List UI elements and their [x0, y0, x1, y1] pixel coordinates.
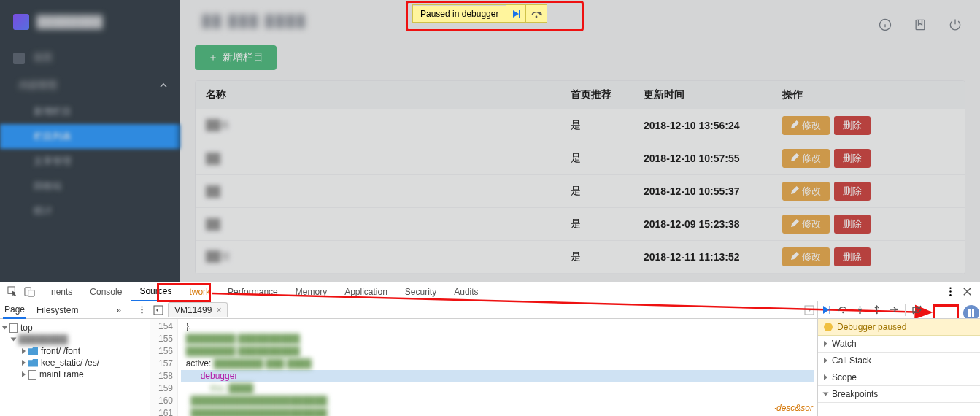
section-scope[interactable]: Scope — [818, 369, 980, 386]
cell-time: 2018-12-11 11:13:52 — [633, 241, 772, 274]
svg-point-11 — [949, 294, 951, 296]
file-tab-bar: VM11499 × — [150, 301, 817, 319]
svg-point-21 — [896, 309, 898, 310]
sidebar-sub-3[interactable]: 回收站 — [0, 174, 180, 199]
delete-button[interactable]: 删除 — [834, 116, 871, 135]
logo-icon — [13, 14, 29, 30]
tree-item-0[interactable]: front/ /font — [3, 345, 147, 357]
edit-button[interactable]: 修改 — [782, 215, 830, 234]
th-name: 名称 — [196, 81, 560, 109]
nav-overflow-icon[interactable]: » — [115, 302, 123, 318]
cell-name: ██ — [206, 185, 220, 197]
table-row: ██资是2018-12-11 11:13:52修改删除 — [196, 241, 965, 274]
tab-console[interactable]: Console — [81, 283, 131, 301]
cell-time: 2018-12-10 10:55:37 — [633, 175, 772, 208]
tab-sources[interactable]: Sources — [131, 282, 180, 301]
edit-button[interactable]: 修改 — [782, 182, 830, 201]
section-breakpoints[interactable]: Breakpoints — [818, 386, 980, 403]
nav-tab-page[interactable]: Page — [3, 301, 26, 319]
tab-network[interactable]: twork — [180, 283, 219, 301]
step-into-icon[interactable] — [854, 304, 865, 315]
sidebar-sub-4[interactable]: 统计 — [0, 199, 180, 223]
delete-button[interactable]: 删除 — [834, 149, 871, 168]
delete-button[interactable]: 删除 — [834, 247, 871, 266]
sidebar-sub-2[interactable]: 文章管理 — [0, 149, 180, 174]
tree-root[interactable]: top — [3, 322, 147, 334]
close-devtools-icon[interactable] — [962, 286, 973, 297]
navigator-pane: Page Filesystem » top ████████ front/ /f… — [0, 301, 150, 416]
th-rec: 首页推荐 — [560, 81, 633, 109]
tab-audits[interactable]: Audits — [445, 283, 487, 301]
edit-button[interactable]: 修改 — [782, 149, 830, 168]
tab-elements[interactable]: nents — [42, 283, 81, 301]
sidebar-sub-0[interactable]: 新增栏目 — [0, 99, 180, 124]
svg-rect-1 — [916, 20, 925, 29]
delete-button[interactable]: 删除 — [834, 182, 871, 201]
step-icon[interactable] — [888, 304, 899, 315]
resume-button[interactable] — [506, 5, 525, 22]
resume-script-icon[interactable] — [821, 304, 832, 315]
power-icon[interactable] — [948, 18, 962, 32]
sidebar-sub-1[interactable]: 栏目列表 — [0, 124, 180, 149]
line-gutter: 154155156157158159160161 — [150, 319, 178, 416]
info-icon[interactable] — [878, 18, 892, 32]
table-row: ██务是2018-12-10 13:56:24修改删除 — [196, 109, 965, 142]
table-row: ██是2018-12-09 15:23:38修改删除 — [196, 208, 965, 241]
add-button[interactable]: ＋ 新增栏目 — [195, 45, 277, 70]
step-out-icon[interactable] — [871, 304, 882, 315]
edit-button[interactable]: 修改 — [782, 247, 830, 266]
sidebar-group-content[interactable]: 内容管理 — [0, 72, 180, 99]
tab-memory[interactable]: Memory — [287, 283, 336, 301]
section-watch[interactable]: Watch — [818, 336, 980, 353]
edit-button[interactable]: 修改 — [782, 116, 830, 135]
svg-point-18 — [842, 312, 844, 314]
tree-item-1[interactable]: kee_static/ /es/ — [3, 357, 147, 369]
navigator-tabs: Page Filesystem » — [0, 301, 150, 319]
file-nav-icon[interactable] — [153, 305, 163, 315]
cell-rec: 是 — [560, 208, 633, 241]
svg-point-14 — [142, 312, 143, 314]
debugger-pane: Debugger paused Watch Call Stack Scope B… — [818, 301, 980, 416]
logo-row: ████████ — [0, 0, 180, 44]
table-row: ██是2018-12-10 10:55:37修改删除 — [196, 175, 965, 208]
step-over-button[interactable] — [525, 5, 547, 22]
inspect-icon[interactable] — [7, 286, 18, 297]
th-time: 更新时间 — [633, 81, 772, 109]
th-action: 操作 — [772, 81, 965, 109]
cell-time: 2018-12-10 10:57:55 — [633, 142, 772, 175]
main-content: ██ ███ ████ ＋ 新增栏目 名称 首页推荐 更新时间 操作 ██务是2… — [180, 0, 980, 282]
svg-rect-2 — [519, 10, 520, 18]
frame-icon — [28, 370, 36, 380]
svg-point-20 — [876, 312, 878, 315]
svg-point-9 — [949, 288, 951, 289]
step-over-icon[interactable] — [838, 304, 849, 315]
debugger-banner: Paused in debugger — [412, 4, 547, 23]
close-tab-icon[interactable]: × — [216, 305, 221, 315]
nav-tab-filesystem[interactable]: Filesystem — [35, 302, 80, 318]
tab-application[interactable]: Application — [336, 283, 396, 301]
section-callstack[interactable]: Call Stack — [818, 353, 980, 369]
tab-security[interactable]: Security — [396, 283, 445, 301]
svg-point-10 — [949, 290, 951, 292]
sidebar: ████████ 首页 内容管理 新增栏目 栏目列表 文章管理 回收站 统计 — [0, 0, 180, 282]
file-next-icon[interactable] — [804, 305, 814, 315]
header-actions — [878, 18, 962, 32]
tree-domain[interactable]: ████████ — [3, 334, 147, 345]
device-icon[interactable] — [24, 286, 35, 297]
file-tree[interactable]: top ████████ front/ /font kee_static/ /e… — [0, 319, 150, 383]
sidebar-item-home[interactable]: 首页 — [0, 44, 180, 72]
devtools-tabs: nents Console Sources twork Performance … — [0, 282, 980, 301]
debugger-banner-text: Paused in debugger — [413, 6, 506, 22]
chevron-up-icon — [160, 82, 167, 89]
deactivate-breakpoints-icon[interactable] — [911, 304, 922, 315]
code-editor[interactable]: 154155156157158159160161 }, ████████ ███… — [150, 319, 817, 416]
kebab-icon[interactable] — [945, 286, 956, 297]
bookmark-icon[interactable] — [913, 18, 927, 32]
file-tab[interactable]: VM11499 × — [168, 302, 228, 317]
tree-item-2[interactable]: mainFrame — [3, 369, 147, 380]
tab-performance[interactable]: Performance — [219, 283, 287, 301]
table-row: ██是2018-12-10 10:57:55修改删除 — [196, 142, 965, 175]
nav-kebab-icon[interactable] — [137, 305, 147, 315]
svg-point-3 — [536, 15, 538, 18]
delete-button[interactable]: 删除 — [834, 215, 871, 234]
